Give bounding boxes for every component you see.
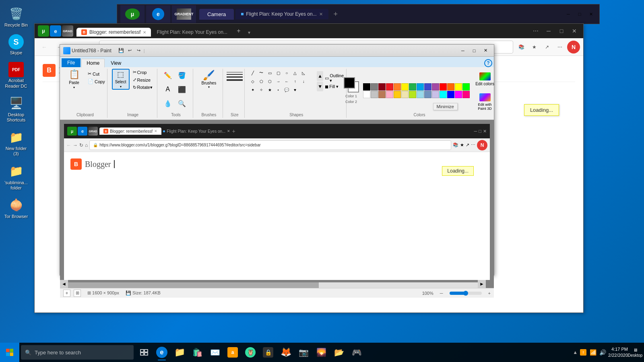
taskbar-vpn-btn[interactable]: 🔒	[259, 343, 277, 361]
taskbar-mail-btn[interactable]: ✉️	[206, 343, 224, 361]
eraser-btn[interactable]: ⬛	[175, 83, 188, 96]
desktop-icon-shortcuts[interactable]: 🖥️ Desktop Shortcuts	[2, 94, 31, 124]
undo-quick-btn[interactable]: ↩	[126, 47, 134, 55]
gradient-taskbar-icon[interactable]: GRAD	[62, 25, 73, 37]
desktop-icon-subliminal[interactable]: 📁 'sublimina... folder	[2, 162, 31, 192]
antivirus-tray-icon[interactable]: !	[579, 348, 587, 356]
rotate-btn[interactable]: ↻ Rotate▾	[131, 84, 154, 91]
paint-tab-home[interactable]: Home	[81, 59, 105, 68]
four-arrow-shape[interactable]: ✦	[249, 86, 257, 94]
reading-list-btn[interactable]: 📚	[516, 41, 527, 53]
hexagon-shape[interactable]: ⬡	[266, 77, 274, 85]
flight-plan-close[interactable]: ✕	[319, 12, 323, 17]
swatch-orange[interactable]	[394, 83, 401, 90]
zoom-in-btn[interactable]: +	[488, 291, 491, 296]
desktop-icon-new-folder[interactable]: 📁 New folder (3)	[2, 128, 31, 158]
add-zoom-btn[interactable]: +	[63, 290, 70, 297]
rect-shape[interactable]: ▭	[266, 69, 274, 77]
utorrent-taskbar-icon[interactable]: μ	[38, 25, 49, 37]
taskbar-camera-btn[interactable]: 📷	[295, 343, 312, 361]
triangle-shape[interactable]: △	[291, 69, 299, 77]
blogger-browser-tab[interactable]: B Blogger: rememberlessf ✕	[76, 28, 151, 37]
edit-paint3d-btn[interactable]: Edit with Paint 3D	[475, 91, 495, 112]
browser-menu-btn[interactable]: ⋯	[554, 41, 566, 53]
pencil-btn[interactable]: ✏️	[161, 69, 174, 82]
browser-close-btn[interactable]: ✕	[569, 25, 580, 37]
text-btn[interactable]: A	[161, 83, 174, 96]
back-btn[interactable]: ←	[38, 41, 51, 53]
swatch-lime[interactable]	[409, 91, 416, 98]
taskbar-files-btn[interactable]: 📂	[330, 343, 348, 361]
taskbar-store-btn[interactable]: 🛍️	[188, 343, 206, 361]
crop-btn[interactable]: ✂ Crop	[131, 69, 154, 76]
taskbar-explorer-btn[interactable]: 📁	[171, 343, 188, 361]
swatch-green[interactable]	[409, 83, 416, 90]
camera-tab[interactable]: Camera	[199, 9, 234, 20]
swatch-white[interactable]	[363, 91, 370, 98]
browser-new-tab-btn[interactable]: +	[233, 25, 244, 37]
swatch-brown[interactable]	[378, 91, 386, 98]
swatch-bright-red[interactable]	[440, 83, 447, 90]
callout-shape[interactable]: 💬	[283, 86, 291, 94]
curve-shape[interactable]: 〜	[257, 69, 265, 77]
taskbar-amazon-btn[interactable]: a	[224, 343, 242, 361]
swatch-gray[interactable]	[371, 83, 378, 90]
taskbar-tripadvisor-btn[interactable]: 🦉	[242, 343, 259, 361]
swatch-black[interactable]	[363, 83, 370, 90]
swatch-hotpink[interactable]	[462, 91, 470, 98]
blogger-tab-close-icon[interactable]: ✕	[143, 30, 146, 35]
canvas-indicator[interactable]: ⊞	[74, 290, 81, 297]
paint-close-btn[interactable]: ✕	[480, 47, 491, 55]
paint-tab-view[interactable]: View	[105, 59, 126, 67]
fill-btn[interactable]: 🪣	[175, 69, 188, 82]
close-btn-camera[interactable]: ✕	[586, 10, 596, 18]
taskbar-gaming-btn[interactable]: 🎮	[348, 343, 365, 361]
swatch-bright-green[interactable]	[462, 83, 470, 90]
swatch-blue[interactable]	[424, 83, 431, 90]
copy-btn[interactable]: 📄 Copy	[86, 78, 107, 85]
desktop-icon-tor[interactable]: 🧅 Tor Browser	[2, 195, 31, 221]
swatch-steelblue[interactable]	[424, 91, 431, 98]
star4-shape[interactable]: ✧	[257, 86, 265, 94]
save-quick-btn[interactable]: 💾	[117, 47, 125, 55]
color1-box[interactable]	[344, 77, 355, 88]
shapes-scroll-up[interactable]: ▲	[317, 71, 323, 81]
fill-btn[interactable]: ◼ Fill ▾	[325, 84, 344, 89]
select-btn[interactable]: ⬚ Select ▾	[112, 69, 130, 90]
eyedropper-btn[interactable]: 💧	[161, 97, 174, 110]
left-arrow-shape[interactable]: ←	[283, 77, 291, 85]
swatch-aqua[interactable]	[440, 91, 447, 98]
canvas-scroll-right[interactable]: ►	[478, 280, 486, 288]
swatch-lavender[interactable]	[432, 91, 439, 98]
swatch-skyblue[interactable]	[417, 91, 424, 98]
task-view-btn[interactable]	[135, 343, 153, 361]
canvas-scroll-left[interactable]: ◄	[60, 280, 68, 288]
edge-taskbar-icon[interactable]: e	[50, 25, 61, 37]
zoom-thumb[interactable]	[463, 291, 468, 296]
maximize-btn-camera[interactable]: □	[574, 10, 585, 18]
taskbar-edge-btn[interactable]: e	[153, 343, 171, 361]
swatch-darkred[interactable]	[378, 83, 386, 90]
paint-canvas-area[interactable]: ◄ ► μ e GRAD B Blogge	[60, 120, 494, 288]
right-arrow-shape[interactable]: →	[274, 77, 282, 85]
ellipse-shape[interactable]: ○	[283, 69, 291, 77]
minimize-btn-camera[interactable]: ─	[563, 10, 574, 18]
star5-shape[interactable]: ★	[266, 86, 274, 94]
up-arrow-shape[interactable]: ↑	[291, 77, 299, 85]
browser-minimize-btn[interactable]: ─	[543, 25, 554, 37]
paint-maximize-btn[interactable]: □	[469, 47, 479, 55]
notification-center-btn[interactable]: 🖥 Desktop	[630, 343, 641, 361]
swatch-purple[interactable]	[432, 83, 439, 90]
swatch-cream[interactable]	[401, 91, 409, 98]
down-arrow-shape[interactable]: ↓	[299, 77, 308, 85]
swatch-magenta[interactable]	[455, 91, 462, 98]
browser-maximize-btn[interactable]: □	[556, 25, 567, 37]
taskbar-firefox-btn[interactable]: 🦊	[277, 343, 295, 361]
desktop-icon-skype[interactable]: S Skype	[2, 33, 31, 57]
flight-plan-tab[interactable]: Flight Plan: Keep Your Eyes on... ✕	[235, 9, 328, 19]
favorites-btn[interactable]: ★	[528, 41, 540, 53]
show-hidden-tray-btn[interactable]: ▲	[573, 350, 578, 355]
pentagon-shape[interactable]: ⬠	[257, 77, 265, 85]
start-button[interactable]	[0, 343, 19, 362]
tabs-dropdown-btn[interactable]: ▾	[245, 29, 253, 37]
